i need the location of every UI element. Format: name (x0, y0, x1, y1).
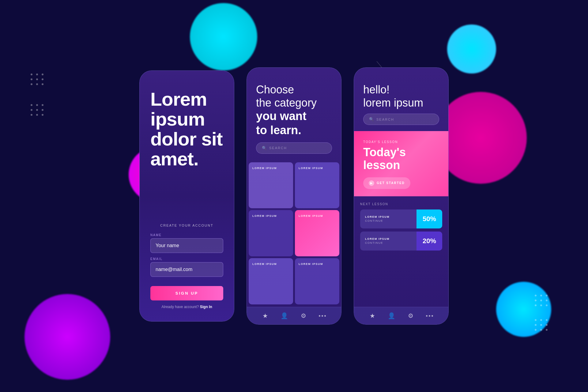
lesson-info-2: LOREM IPSUM CONTINUE (360, 233, 394, 249)
lesson-percent-2: 20% (417, 232, 442, 251)
nav3-star-icon[interactable]: ★ (370, 312, 375, 319)
dots-right (535, 319, 548, 331)
cat-label-1: LOREM IPSUM (252, 167, 277, 170)
phone3-bottom-nav: ★ 👤 ⚙ (354, 307, 448, 324)
nav-more-icon[interactable] (319, 315, 326, 317)
hello-title: hello!lorem ipsum (363, 83, 439, 109)
lesson-percent-1: 50% (417, 209, 442, 228)
dots-left2 (31, 104, 44, 116)
dots-left (31, 74, 44, 85)
today-label: TODAY'S LESSON (363, 140, 439, 144)
cat-cell-5[interactable]: LOREM IPSUM (249, 258, 293, 304)
nav-user-icon[interactable]: 👤 (281, 312, 288, 319)
lesson-continue-1: CONTINUE (365, 219, 390, 222)
nav3-user-icon[interactable]: 👤 (388, 312, 395, 319)
phone2-search-bar[interactable]: 🔍 SEARCH (256, 142, 332, 154)
create-label: CREATE YOUR ACCOUNT (150, 224, 223, 227)
cat-cell-3[interactable]: LOREM IPSUM (249, 210, 293, 256)
lesson-name-1: LOREM IPSUM (365, 215, 390, 218)
lesson-continue-2: CONTINUE (365, 241, 390, 244)
cat-label-2: LOREM IPSUM (299, 167, 323, 170)
search-text: SEARCH (269, 146, 287, 150)
phone1-headline: Lorem ipsum dolor sit amet. (150, 89, 223, 169)
phone3-search-bar[interactable]: 🔍 SEARCH (363, 114, 439, 125)
name-input[interactable] (150, 238, 223, 253)
next-lesson-label: NEXT LESSON (360, 202, 442, 206)
bg-blob-cyan (190, 3, 257, 70)
lesson-name-2: LOREM IPSUM (365, 237, 390, 240)
phone3-header: hello!lorem ipsum 🔍 SEARCH (354, 68, 448, 131)
form-section: CREATE YOUR ACCOUNT NAME EMAIL SIGN UP A… (150, 224, 223, 309)
phone-signup: Lorem ipsum dolor sit amet. CREATE YOUR … (139, 70, 234, 322)
phone2-header: Choosethe categoryyou wantto learn. 🔍 SE… (247, 68, 341, 160)
cat-label-5: LOREM IPSUM (252, 262, 277, 266)
bg-blob-purple (24, 294, 110, 380)
cat-label-3: LOREM IPSUM (252, 214, 277, 217)
name-field-group: NAME (150, 233, 223, 253)
phone-learning: hello!lorem ipsum 🔍 SEARCH TODAY'S LESSO… (354, 67, 449, 325)
nav-gear-icon[interactable]: ⚙ (301, 312, 306, 319)
signup-button[interactable]: SIGN UP (150, 286, 223, 300)
email-input[interactable] (150, 262, 223, 277)
get-started-button[interactable]: ▶ GET STARTED (363, 177, 410, 189)
name-label: NAME (150, 233, 223, 237)
nav3-gear-icon[interactable]: ⚙ (408, 312, 413, 319)
dots-right2 (535, 295, 548, 306)
next-lesson-section: NEXT LESSON LOREM IPSUM CONTINUE 50% LOR… (354, 196, 448, 307)
email-field-group: EMAIL (150, 257, 223, 277)
phone-category: Choosethe categoryyou wantto learn. 🔍 SE… (247, 67, 341, 325)
search-icon: 🔍 (262, 146, 267, 150)
nav3-more-icon[interactable] (426, 315, 433, 317)
lesson-info-1: LOREM IPSUM CONTINUE (360, 211, 394, 227)
cat-cell-1[interactable]: LOREM IPSUM (249, 162, 293, 209)
lesson-card-1[interactable]: LOREM IPSUM CONTINUE 50% (360, 209, 442, 228)
cat-label-4: LOREM IPSUM (299, 214, 323, 217)
bg-blob-cyan2 (447, 24, 496, 74)
search-icon-3: 🔍 (369, 117, 374, 122)
today-title: Today'slesson (363, 146, 439, 172)
lesson-card-2[interactable]: LOREM IPSUM CONTINUE 20% (360, 232, 442, 251)
nav-star-icon[interactable]: ★ (262, 312, 268, 319)
get-started-icon: ▶ (369, 180, 374, 186)
signin-link[interactable]: Sign In (200, 305, 212, 309)
signin-text: Already have account? Sign In (150, 305, 223, 309)
phone2-bottom-nav: ★ 👤 ⚙ (247, 307, 341, 324)
search-text-3: SEARCH (376, 118, 394, 121)
bg-blob-magenta2 (435, 92, 527, 184)
cat-label-6: LOREM IPSUM (299, 262, 323, 266)
categories-grid: LOREM IPSUM LOREM IPSUM LOREM IPSUM LORE… (247, 160, 341, 307)
phones-container: Lorem ipsum dolor sit amet. CREATE YOUR … (139, 67, 449, 325)
email-label: EMAIL (150, 257, 223, 261)
cat-cell-2[interactable]: LOREM IPSUM (295, 162, 339, 209)
cat-cell-4[interactable]: LOREM IPSUM (295, 210, 339, 256)
cat-cell-6[interactable]: LOREM IPSUM (295, 258, 339, 304)
today-banner: TODAY'S LESSON Today'slesson ▶ GET START… (354, 131, 448, 196)
category-title: Choosethe categoryyou wantto learn. (256, 83, 332, 138)
